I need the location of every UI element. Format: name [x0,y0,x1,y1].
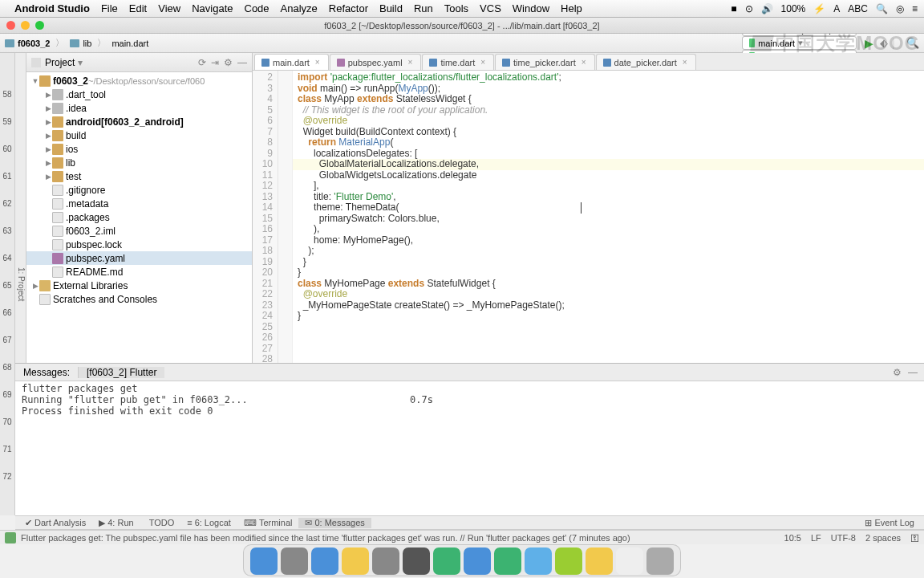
crumb-root[interactable]: f0603_2 [18,39,50,48]
dock-app[interactable] [250,547,278,575]
messages-subtab[interactable]: [f0603_2] Flutter [79,367,164,378]
menubar-right-item[interactable]: 🔊 [761,3,773,14]
dock-app[interactable] [433,547,460,575]
dock-app[interactable] [464,547,491,575]
dock-app[interactable] [403,547,430,575]
sync-icon[interactable]: ⟳ [198,57,206,68]
status-item[interactable]: LF [811,533,821,543]
bottom-tab[interactable]: ▶4: Run [92,518,140,528]
breadcrumb[interactable]: f0603_2 〉 lib 〉 main.dart [5,37,148,49]
debug-icon[interactable]: ⬖ [880,37,888,49]
close-icon[interactable]: × [408,58,413,67]
hide-icon[interactable]: — [908,367,918,378]
dock-app[interactable] [616,547,643,575]
minimize-icon[interactable] [21,21,30,30]
dock-app[interactable] [525,547,552,575]
menu-tools[interactable]: Tools [444,2,468,14]
expand-icon[interactable]: ▶ [44,91,52,99]
menu-view[interactable]: View [158,2,180,14]
close-icon[interactable]: × [480,58,485,67]
close-icon[interactable]: × [683,58,687,67]
menubar-right-item[interactable]: ⊙ [745,3,753,14]
expand-icon[interactable]: ▶ [44,104,52,112]
editor-tab[interactable]: main.dart× [254,54,329,70]
menubar-right-item[interactable]: ⚡ [813,3,825,14]
bottom-tab[interactable]: TODO [140,518,181,527]
search-icon[interactable]: 🔍 [906,37,919,49]
crumb-file[interactable]: main.dart [111,39,148,48]
menu-help[interactable]: Help [561,2,582,14]
bottom-tab[interactable]: ⌨Terminal [237,518,299,528]
expand-icon[interactable]: ▶ [44,145,52,153]
menu-build[interactable]: Build [379,2,403,14]
tree-row[interactable]: Scratches and Consoles [26,292,252,306]
collapse-icon[interactable]: ⇥ [211,57,219,68]
bottom-tab[interactable]: ✔Dart Analysis [18,518,92,528]
dock-app[interactable] [311,547,338,575]
tree-row[interactable]: f0603_2.iml [26,224,252,238]
tree-row[interactable]: ▶.idea [26,101,252,115]
app-name[interactable]: Android Studio [14,2,90,14]
tree-row[interactable]: ▶ios [26,142,252,156]
menu-edit[interactable]: Edit [129,2,147,14]
tree-row[interactable]: ▶.dart_tool [26,88,252,101]
menubar-right-item[interactable]: 100% [781,3,806,14]
zoom-icon[interactable] [35,21,44,30]
menubar-right-item[interactable]: ABC [848,3,868,14]
tree-row[interactable]: ▶android [f0603_2_android] [26,115,252,128]
menu-refactor[interactable]: Refactor [329,2,368,14]
dock-app[interactable] [372,547,399,575]
tree-row[interactable]: .metadata [26,197,252,210]
expand-icon[interactable]: ▼ [31,77,39,85]
tree-row[interactable]: pubspec.lock [26,238,252,251]
messages-tab[interactable]: Messages: [15,367,79,378]
menu-analyze[interactable]: Analyze [281,2,318,14]
menu-run[interactable]: Run [414,2,433,14]
tree-row[interactable]: ▼f0603_2 ~/Desktop/lesson/source/f060 [26,74,252,88]
chevron-down-icon[interactable]: ▾ [78,57,83,68]
dock-app[interactable] [586,547,613,575]
close-icon[interactable]: × [582,58,586,67]
tree-row[interactable]: ▶build [26,128,252,142]
expand-icon[interactable]: ▶ [44,118,52,126]
menu-code[interactable]: Code [245,2,270,14]
status-item[interactable]: ⚿ [910,533,919,543]
gear-icon[interactable]: ⚙ [893,367,902,378]
close-icon[interactable] [6,21,15,30]
tree-row[interactable]: README.md [26,265,252,279]
dock-app[interactable] [555,547,582,575]
menu-file[interactable]: File [101,2,118,14]
expand-icon[interactable]: ▶ [44,173,52,181]
status-item[interactable]: 10:5 [784,533,801,543]
tree-row[interactable]: ▶External Libraries [26,279,252,292]
menu-window[interactable]: Window [513,2,549,14]
menubar-right-item[interactable]: 🔍 [876,3,888,14]
event-log-tab[interactable]: ⊞Event Log [858,518,921,528]
editor-tab[interactable]: date_picker.dart× [596,54,696,70]
menubar-right-item[interactable]: ≡ [912,3,918,14]
editor-tab[interactable]: pubspec.yaml× [330,54,422,70]
close-icon[interactable]: × [315,58,320,67]
tree-row[interactable]: .packages [26,210,252,224]
menu-vcs[interactable]: VCS [480,2,501,14]
dock-app[interactable] [281,547,308,575]
editor-tab[interactable]: time_picker.dart× [495,54,595,70]
dock[interactable] [243,544,681,576]
expand-icon[interactable]: ▶ [44,132,52,140]
dock-app[interactable] [646,547,674,575]
menubar-right-item[interactable]: ■ [731,3,736,14]
tree-row[interactable]: ▶lib [26,156,252,169]
expand-icon[interactable]: ▶ [31,282,39,290]
dock-app[interactable] [494,547,521,575]
tree-row[interactable]: ▶test [26,169,252,183]
dock-app[interactable] [342,547,369,575]
status-item[interactable]: 2 spaces [865,533,901,543]
tree-row[interactable]: pubspec.yaml [26,251,252,265]
run-icon[interactable]: ▶ [865,37,873,50]
hide-icon[interactable]: — [237,57,247,68]
gear-icon[interactable]: ⚙ [224,57,233,68]
editor-tab[interactable]: time.dart× [422,54,494,70]
menubar-right-item[interactable]: A [833,3,840,14]
expand-icon[interactable]: ▶ [44,159,52,167]
menu-navigate[interactable]: Navigate [192,2,233,14]
